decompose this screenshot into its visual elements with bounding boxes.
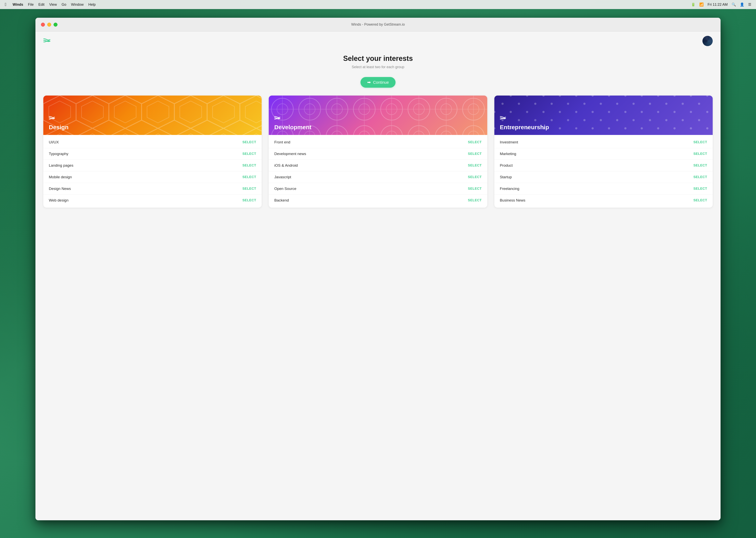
design-title: Design	[49, 124, 256, 131]
select-button[interactable]: SELECT	[242, 164, 256, 167]
list-item: Javascript SELECT	[269, 171, 487, 183]
clock: Fri 11:22 AM	[708, 3, 728, 7]
development-title: Development	[274, 124, 482, 131]
app-content: Select your interests Select at least tw…	[35, 31, 721, 520]
select-button[interactable]: SELECT	[242, 198, 256, 202]
list-item: Landing pages SELECT	[43, 160, 261, 171]
list-item: Product SELECT	[495, 160, 713, 171]
list-item: Business News SELECT	[495, 195, 713, 206]
item-label: Product	[500, 163, 513, 168]
item-label: Design News	[49, 187, 71, 191]
avatar[interactable]	[702, 36, 713, 46]
item-label: Front end	[274, 140, 290, 144]
design-logo	[49, 115, 256, 122]
list-item: Design News SELECT	[43, 183, 261, 195]
select-button[interactable]: SELECT	[693, 187, 707, 191]
entrepreneurship-items: Investment SELECT Marketing SELECT Produ…	[495, 135, 713, 208]
development-card-header: Development	[269, 95, 487, 135]
select-button[interactable]: SELECT	[468, 175, 482, 179]
item-label: Freelancing	[500, 187, 519, 191]
item-label: Backend	[274, 198, 289, 202]
item-label: Investment	[500, 140, 518, 144]
list-item: Investment SELECT	[495, 136, 713, 148]
menubar-winds[interactable]: Winds	[13, 3, 23, 7]
item-label: Javascript	[274, 175, 291, 179]
page-title-section: Select your interests Select at least tw…	[35, 50, 721, 75]
window-controls	[41, 23, 58, 27]
continue-button-wrap: ➡ Continue	[35, 77, 721, 88]
item-label: Startup	[500, 175, 512, 179]
continue-button[interactable]: ➡ Continue	[360, 77, 396, 88]
apple-menu[interactable]: 	[5, 2, 6, 7]
app-window: Winds - Powered by GetStream.io Select y…	[35, 18, 721, 520]
item-label: Typography	[49, 152, 68, 156]
menubar-help[interactable]: Help	[88, 3, 96, 7]
select-button[interactable]: SELECT	[242, 175, 256, 179]
app-logo[interactable]	[43, 37, 52, 45]
entrepreneurship-card: Entrepreneurship Investment SELECT Marke…	[495, 95, 713, 208]
maximize-button[interactable]	[54, 23, 58, 27]
menubar-view[interactable]: View	[49, 3, 57, 7]
list-item: UI/UX SELECT	[43, 136, 261, 148]
select-button[interactable]: SELECT	[468, 140, 482, 144]
titlebar: Winds - Powered by GetStream.io	[35, 18, 721, 31]
select-button[interactable]: SELECT	[693, 164, 707, 167]
arrow-icon: ➡	[367, 80, 371, 85]
window-title: Winds - Powered by GetStream.io	[351, 23, 405, 27]
list-item: Front end SELECT	[269, 136, 487, 148]
item-label: Landing pages	[49, 163, 73, 168]
select-button[interactable]: SELECT	[693, 175, 707, 179]
design-card: Design UI/UX SELECT Typography SELECT La…	[43, 95, 261, 208]
list-item: Typography SELECT	[43, 148, 261, 160]
menubar-file[interactable]: File	[28, 3, 34, 7]
app-header	[35, 31, 721, 50]
select-button[interactable]: SELECT	[468, 164, 482, 167]
item-label: Mobile design	[49, 175, 72, 179]
list-item: Marketing SELECT	[495, 148, 713, 160]
select-button[interactable]: SELECT	[693, 140, 707, 144]
item-label: iOS & Android	[274, 163, 298, 168]
menubar-go[interactable]: Go	[62, 3, 66, 7]
list-item: Backend SELECT	[269, 195, 487, 206]
item-label: Web design	[49, 198, 69, 202]
select-button[interactable]: SELECT	[693, 198, 707, 202]
list-item: Web design SELECT	[43, 195, 261, 206]
item-label: Open Source	[274, 187, 296, 191]
select-button[interactable]: SELECT	[468, 198, 482, 202]
list-item: Development news SELECT	[269, 148, 487, 160]
item-label: Development news	[274, 152, 306, 156]
development-logo	[274, 115, 482, 122]
list-item: Open Source SELECT	[269, 183, 487, 195]
select-button[interactable]: SELECT	[468, 187, 482, 191]
menubar-window[interactable]: Window	[71, 3, 84, 7]
select-button[interactable]: SELECT	[242, 152, 256, 156]
item-label: UI/UX	[49, 140, 59, 144]
continue-label: Continue	[373, 80, 389, 85]
wifi-indicator: 📶	[699, 2, 704, 7]
close-button[interactable]	[41, 23, 45, 27]
item-label: Business News	[500, 198, 525, 202]
entrepreneurship-card-header: Entrepreneurship	[495, 95, 713, 135]
menubar-right: 🔋 📶 Fri 11:22 AM 🔍 👤 ☰	[691, 2, 751, 7]
menu-icon[interactable]: ☰	[748, 2, 751, 7]
menubar:  Winds File Edit View Go Window Help 🔋 …	[0, 0, 756, 9]
design-card-header: Design	[43, 95, 261, 135]
menubar-left:  Winds File Edit View Go Window Help	[5, 2, 96, 7]
list-item: Freelancing SELECT	[495, 183, 713, 195]
select-button[interactable]: SELECT	[242, 187, 256, 191]
search-icon[interactable]: 🔍	[732, 2, 736, 7]
development-card: Development Front end SELECT Development…	[269, 95, 487, 208]
item-label: Marketing	[500, 152, 516, 156]
list-item: Mobile design SELECT	[43, 171, 261, 183]
user-icon[interactable]: 👤	[740, 2, 744, 7]
menubar-edit[interactable]: Edit	[38, 3, 44, 7]
entrepreneurship-logo	[500, 115, 707, 122]
select-button[interactable]: SELECT	[242, 140, 256, 144]
select-button[interactable]: SELECT	[693, 152, 707, 156]
development-items: Front end SELECT Development news SELECT…	[269, 135, 487, 208]
list-item: Startup SELECT	[495, 171, 713, 183]
minimize-button[interactable]	[47, 23, 51, 27]
select-button[interactable]: SELECT	[468, 152, 482, 156]
entrepreneurship-title: Entrepreneurship	[500, 124, 707, 131]
categories-grid: Design UI/UX SELECT Typography SELECT La…	[35, 95, 721, 217]
